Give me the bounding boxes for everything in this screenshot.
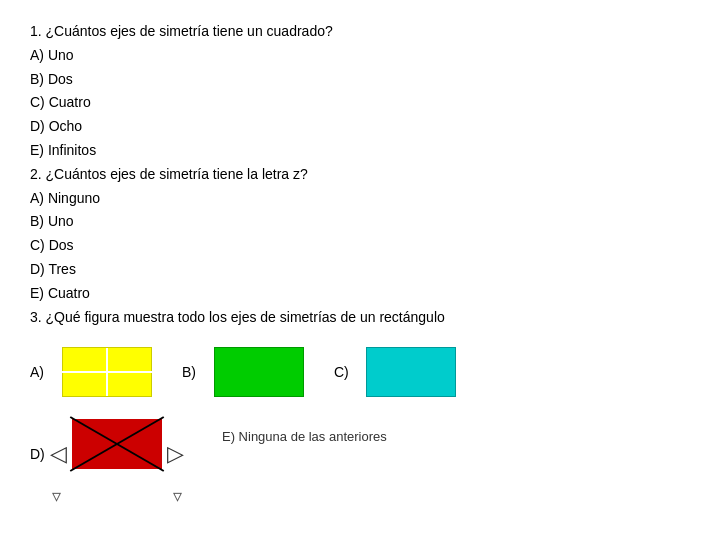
q1-answer-a: A) Uno [30,44,690,68]
cyan-rect [366,347,456,397]
q1-answer-b: B) Dos [30,68,690,92]
figure-e: E) Ninguna de las anteriores [222,429,387,444]
q2-answer-b: B) Uno [30,210,690,234]
left-chevron-icon: ◁ [50,441,67,467]
q2-answer-e: E) Cuatro [30,282,690,306]
q1-text: 1. ¿Cuántos ejes de simetría tiene un cu… [30,20,690,44]
figure-d-visual: ◁ ▷ ▿ ▿ [62,419,172,489]
green-rect [214,347,304,397]
figure-a-visual [62,347,152,397]
q2-answer-c: C) Dos [30,234,690,258]
q3-text: 3. ¿Qué figura muestra todo los ejes de … [30,306,690,330]
question-block-1: 1. ¿Cuántos ejes de simetría tiene un cu… [30,20,690,329]
figures-area: A) B) C) D) [30,347,690,489]
figure-d: D) ◁ ▷ ▿ ▿ [30,419,172,489]
q2-answer-d: D) Tres [30,258,690,282]
bottom-right-chevron-icon: ▿ [173,485,182,507]
right-chevron-icon: ▷ [167,441,184,467]
figure-c: C) [334,347,456,397]
main-content: 1. ¿Cuántos ejes de simetría tiene un cu… [0,0,720,509]
h-line-yellow [62,371,152,373]
figure-a: A) [30,347,152,397]
q2-answer-a: A) Ninguno [30,187,690,211]
q2-text: 2. ¿Cuántos ejes de simetría tiene la le… [30,163,690,187]
figure-b: B) [182,347,304,397]
figures-row-2: D) ◁ ▷ ▿ ▿ [30,419,690,489]
bottom-left-chevron-icon: ▿ [52,485,61,507]
q1-answer-c: C) Cuatro [30,91,690,115]
figure-e-label: E) Ninguna de las anteriores [222,429,387,444]
q1-answer-d: D) Ocho [30,115,690,139]
q1-answer-e: E) Infinitos [30,139,690,163]
figure-c-label: C) [334,364,356,380]
red-rect-container [72,419,162,469]
figure-b-label: B) [182,364,204,380]
figure-d-label: D) [30,446,52,462]
figure-a-label: A) [30,364,52,380]
figures-row-1: A) B) C) [30,347,690,397]
